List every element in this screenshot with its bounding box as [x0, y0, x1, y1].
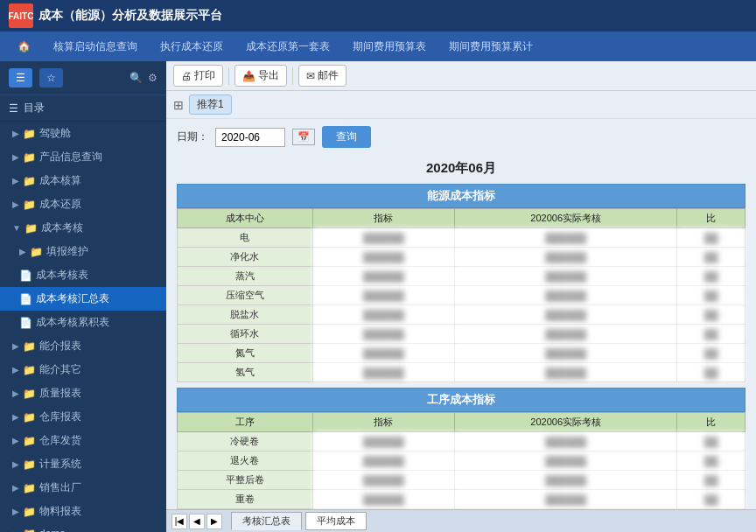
s2-row-4-name: 重卷	[178, 490, 313, 509]
sidebar: ☰ ☆ 🔍 ⚙ ☰ 目录 ▶ 📁 驾驶舱 ▶ 📁 产品信息查询 ▶ 📁 成本核算	[0, 61, 166, 532]
export-button[interactable]: 📤 导出	[234, 65, 287, 87]
table-row: 压缩空气 ██████ ██████ ██	[178, 286, 746, 305]
s1-row-2-name: 净化水	[178, 248, 313, 267]
sidebar-item-metering[interactable]: ▶ 📁 计量系统	[0, 452, 166, 476]
sidebar-item-cost-cumulative[interactable]: 📄 成本考核累积表	[0, 311, 166, 334]
tab-prev-btn[interactable]: ◀	[189, 514, 205, 529]
sidebar-item-quality-report[interactable]: ▶ 📁 质量报表	[0, 382, 166, 405]
date-input[interactable]	[215, 128, 285, 147]
folder-icon: 📁	[23, 388, 36, 400]
table-row: 净化水 ██████ ██████ ██	[178, 248, 746, 267]
calendar-button[interactable]: 📅	[292, 129, 315, 145]
sidebar-list-btn[interactable]: ☰	[9, 68, 32, 88]
s2-col-header-4: 比	[677, 413, 746, 432]
s2-col-header-3: 202006实际考核	[454, 413, 676, 432]
nav-tab-4[interactable]: 期间费用预算表	[342, 36, 437, 58]
sidebar-item-warehouse-report[interactable]: ▶ 📁 仓库报表	[0, 405, 166, 429]
folder-icon: 📁	[23, 199, 36, 211]
s2-row-3-name: 平整后卷	[178, 471, 313, 490]
folder-icon: 📁	[23, 340, 36, 353]
chevron-right-icon: ▶	[12, 412, 19, 422]
s1-row-4-name: 压缩空气	[178, 286, 313, 305]
app-logo: FAITC 成本（能源）分析及数据展示平台	[9, 4, 222, 28]
nav-tab-3[interactable]: 成本还原第一套表	[235, 36, 340, 58]
chevron-right-icon: ▶	[12, 341, 19, 351]
sidebar-item-fill-maintain[interactable]: ▶ 📁 填报维护	[0, 240, 166, 263]
print-button[interactable]: 🖨 打印	[173, 65, 223, 87]
s1-row-1-col4: ██	[677, 228, 746, 248]
bottom-tab-avg-cost[interactable]: 平均成本	[305, 512, 367, 530]
s1-row-6-col4: ██	[677, 325, 746, 344]
table-row: 退火卷 ██████ ██████ ██	[178, 452, 746, 471]
sidebar-item-demo[interactable]: ▶ 📁 demo	[0, 523, 166, 532]
s2-row-5-col4: ██	[677, 509, 746, 510]
s2-row-2-col3: ██████	[454, 452, 676, 471]
tab-next-btn[interactable]: ▶	[206, 514, 222, 529]
sidebar-header: ☰ ☆ 🔍 ⚙	[0, 61, 166, 95]
s2-row-1-col2: ██████	[312, 432, 454, 452]
report-title: 2020年06月	[177, 160, 746, 177]
bottom-tab-summary[interactable]: 考核汇总表	[231, 512, 302, 530]
menu-icon: ☰	[9, 102, 18, 115]
s1-row-1-col2: ██████	[312, 228, 454, 248]
sidebar-item-sales[interactable]: ▶ 📁 销售出厂	[0, 476, 166, 500]
query-submit-button[interactable]: 查询	[322, 126, 371, 148]
folder-icon: 📁	[23, 151, 36, 164]
s1-row-5-name: 脱盐水	[178, 305, 313, 325]
s1-row-7-col2: ██████	[312, 344, 454, 363]
folder-icon: 📁	[23, 411, 36, 424]
sidebar-item-product-info[interactable]: ▶ 📁 产品信息查询	[0, 145, 166, 169]
top-bar: FAITC 成本（能源）分析及数据展示平台	[0, 0, 756, 32]
sidebar-item-cost-summary[interactable]: 📄 成本考核汇总表	[0, 287, 166, 311]
sidebar-item-cockpit[interactable]: ▶ 📁 驾驶舱	[0, 122, 166, 145]
s1-row-3-name: 蒸汽	[178, 267, 313, 286]
nav-tab-2[interactable]: 执行成本还原	[150, 36, 234, 58]
s1-row-2-col3: ██████	[454, 248, 676, 267]
s2-row-3-col2: ██████	[312, 471, 454, 490]
sidebar-item-material[interactable]: ▶ 📁 物料报表	[0, 500, 166, 523]
sidebar-item-energy-other[interactable]: ▶ 📁 能介其它	[0, 358, 166, 382]
s1-row-6-name: 循环水	[178, 325, 313, 344]
s1-row-8-col3: ██████	[454, 363, 676, 382]
export-icon: 📤	[242, 70, 256, 82]
folder-icon: 📁	[23, 435, 36, 447]
settings-icon[interactable]: ⚙	[148, 72, 158, 84]
search-icon[interactable]: 🔍	[130, 72, 143, 84]
folder-icon: 📁	[23, 482, 36, 494]
email-button[interactable]: ✉ 邮件	[298, 65, 346, 87]
filter-tag[interactable]: 推荐1	[189, 94, 232, 115]
sidebar-item-cost-calc[interactable]: ▶ 📁 成本核算	[0, 169, 166, 192]
s1-row-4-col2: ██████	[312, 286, 454, 305]
s1-row-6-col2: ██████	[312, 325, 454, 344]
print-icon: 🖨	[181, 70, 192, 82]
section2-title: 工序成本指标	[177, 388, 746, 412]
nav-tab-5[interactable]: 期间费用预算累计	[438, 36, 543, 58]
tab-first-btn[interactable]: |◀	[172, 514, 187, 529]
bottom-tab-nav: |◀ ◀ ▶	[172, 514, 222, 529]
logo-icon: FAITC	[9, 4, 33, 28]
table-row: 脱盐水 ██████ ██████ ██	[178, 305, 746, 325]
sidebar-item-warehouse-delivery[interactable]: ▶ 📁 仓库发货	[0, 429, 166, 452]
nav-tab-home[interactable]: 🏠	[7, 37, 41, 56]
sidebar-item-cost-review-table[interactable]: 📄 成本考核表	[0, 263, 166, 287]
sidebar-item-energy-report[interactable]: ▶ 📁 能介报表	[0, 334, 166, 358]
email-icon: ✉	[306, 70, 315, 82]
chevron-right-icon: ▶	[12, 365, 19, 374]
chevron-right-icon: ▶	[12, 176, 19, 186]
main-layout: ☰ ☆ 🔍 ⚙ ☰ 目录 ▶ 📁 驾驶舱 ▶ 📁 产品信息查询 ▶ 📁 成本核算	[0, 61, 756, 532]
s1-row-5-col3: ██████	[454, 305, 676, 325]
chevron-right-icon: ▶	[12, 200, 19, 209]
sidebar-star-btn[interactable]: ☆	[39, 68, 63, 88]
chevron-right-icon: ▶	[12, 388, 19, 398]
s1-row-8-col4: ██	[677, 363, 746, 382]
table-row: 电 ██████ ██████ ██	[178, 228, 746, 248]
chevron-right-icon: ▶	[12, 459, 19, 469]
sidebar-item-cost-restore[interactable]: ▶ 📁 成本还原	[0, 192, 166, 216]
sidebar-item-cost-review[interactable]: ▼ 📁 成本考核	[0, 216, 166, 240]
nav-tab-1[interactable]: 核算启动信息查询	[43, 36, 148, 58]
s2-row-3-col4: ██	[677, 471, 746, 490]
folder-icon: 📁	[24, 222, 38, 234]
chevron-right-icon: ▶	[12, 152, 19, 162]
s2-row-4-col3: ██████	[454, 490, 676, 509]
s2-row-1-col3: ██████	[454, 432, 676, 452]
